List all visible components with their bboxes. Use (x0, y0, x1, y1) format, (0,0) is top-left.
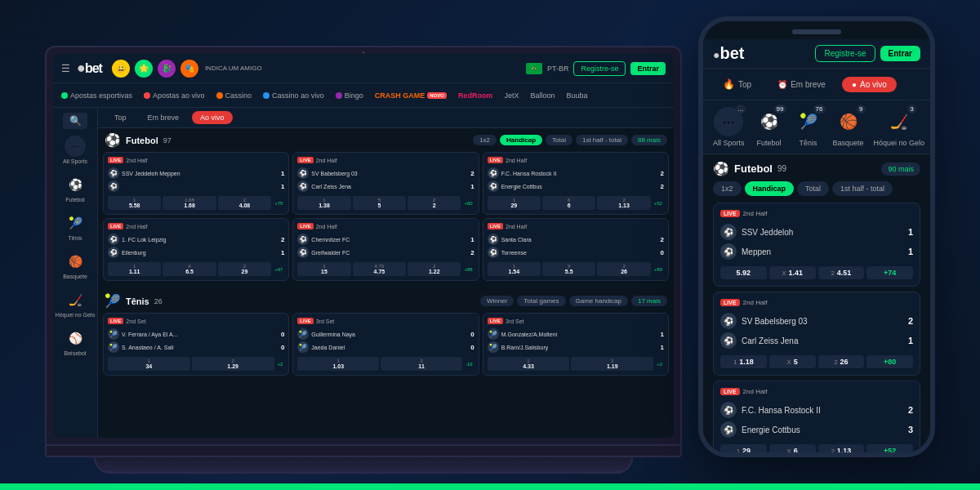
hamburger-icon[interactable]: ☰ (61, 63, 70, 74)
phone-m1-more[interactable]: +74 (866, 266, 913, 279)
nav-jetx[interactable]: JetX (504, 91, 519, 100)
filter-em-breve[interactable]: Em breve (140, 111, 188, 124)
nav-cassino-ao-vivo[interactable]: Cassino ao vivo (263, 91, 324, 100)
filter-ao-vivo[interactable]: Ao vivo (192, 111, 233, 124)
m2-odd-btn-2[interactable]: 2 2 (408, 196, 461, 210)
phone-nav-ao-vivo[interactable]: ● Ao vivo (842, 77, 897, 92)
m3-odd-btn-2[interactable]: 2 1.13 (597, 196, 650, 210)
phone-sport-all[interactable]: ··· ... All Sports (713, 107, 745, 147)
m4-odd-btn-x[interactable]: X 6.5 (163, 262, 216, 276)
nav-bingo[interactable]: Bingo (336, 91, 363, 100)
nav-balloon[interactable]: Balloon (530, 91, 555, 100)
tenis-m1-odd-1[interactable]: 1 34 (108, 357, 190, 371)
m5-team2-logo: ⚽ (297, 247, 309, 258)
tenis-m3-odd-1[interactable]: 1 4.33 (488, 357, 570, 371)
sidebar-item-hoquei[interactable]: 🏒 Hóquei no Gelo (53, 286, 97, 321)
tenis-more-1[interactable]: +2 (276, 357, 285, 371)
odd-btn-2[interactable]: 2 4.08 (218, 196, 271, 210)
more-bets-3[interactable]: +52 (653, 196, 664, 210)
more-bets-6[interactable]: +89 (653, 262, 664, 276)
more-bets-4[interactable]: +97 (273, 262, 284, 276)
m3-odd-btn-x[interactable]: 6 6 (542, 196, 595, 210)
phone-m2-odd-1[interactable]: 1 1.18 (720, 355, 767, 368)
phone-enter-button[interactable]: Entrar (880, 46, 920, 61)
m6-odd-btn-2[interactable]: 2 26 (597, 262, 650, 276)
tab-total[interactable]: Total (546, 135, 572, 145)
tenis-m2-odds: 1 1.03 2 11 -16 (297, 357, 474, 371)
m2-odd-btn-1[interactable]: 1 1.38 (297, 196, 350, 210)
m5-odd-btn-2[interactable]: 2 1.22 (408, 262, 461, 276)
odd-btn-x[interactable]: 1.68 1.68 (163, 196, 216, 210)
sidebar-item-beisebol[interactable]: ⚾ Beisebol (53, 324, 97, 359)
sidebar-item-futebol[interactable]: ⚽ Futebol (53, 171, 97, 206)
m3-odd-btn-1[interactable]: 1 29 (488, 196, 541, 210)
phone-m3-odd-1[interactable]: 1 29 (720, 444, 767, 452)
tenis-more-3[interactable]: +2 (655, 357, 664, 371)
tenis-tab-total[interactable]: Total games (517, 296, 565, 306)
phone-futebol-more[interactable]: 90 mais (881, 163, 920, 176)
nav-redroom[interactable]: RedRoom (458, 91, 493, 100)
phone-m3-odd-2[interactable]: 2 1.13 (818, 444, 865, 452)
more-bets-5[interactable]: +88 (462, 262, 474, 276)
phone-nav-top[interactable]: 🔥 Top (713, 75, 761, 93)
phone-sport-futebol[interactable]: ⚽ 99 Futebol (755, 107, 784, 147)
m6-odd-btn-x[interactable]: X 5.5 (542, 262, 595, 276)
phone-m2-more[interactable]: +80 (866, 355, 913, 368)
phone-register-button[interactable]: Registre-se (815, 45, 875, 62)
tenis-m3-odd-2[interactable]: 2 1.19 (571, 357, 653, 371)
flag-icon: 🇧🇷 (526, 63, 542, 74)
tenis-tab-more[interactable]: 17 mais (631, 296, 667, 306)
phone-m2-t2-logo: ⚽ (720, 332, 737, 349)
nav-crash[interactable]: CRASH GAME NOVO (375, 91, 447, 100)
tenis-m2-odd-2[interactable]: 2 11 (381, 357, 462, 371)
tenis-tab-handicap[interactable]: Game handicap (569, 296, 628, 306)
sidebar-search[interactable]: 🔍 (63, 113, 87, 129)
tab-1sthalf[interactable]: 1st half - total (576, 135, 628, 145)
phone-m1-odd-x[interactable]: X 1.41 (769, 266, 816, 279)
app-logo: ●bet (77, 60, 102, 77)
more-bets-1[interactable]: +75 (273, 196, 284, 210)
phone-m3-t2-logo: ⚽ (720, 421, 737, 438)
tab-more-futebol[interactable]: 88 mais (631, 135, 667, 145)
enter-button[interactable]: Entrar (630, 62, 666, 75)
phone-m1-odd-2[interactable]: 2 4.51 (818, 266, 865, 279)
phone-m2-odd-2[interactable]: 2 26 (818, 355, 865, 368)
filter-top[interactable]: Top (106, 111, 135, 124)
m2-odd-btn-x[interactable]: 5 5 (353, 196, 406, 210)
m5-odd-btn-1[interactable]: 1 15 (297, 262, 350, 276)
phone-nav-em-breve[interactable]: ⏰ Em breve (768, 77, 835, 92)
m6-odd-btn-1[interactable]: 1 1.54 (488, 262, 541, 276)
tab-1x2[interactable]: 1x2 (473, 135, 497, 145)
m5-odd-btn-x[interactable]: 4.75 4.75 (353, 262, 406, 276)
phone-m2-odd-x[interactable]: X 5 (769, 355, 816, 368)
more-bets-2[interactable]: +60 (462, 196, 474, 210)
nav-apostas-ao-vivo[interactable]: Apostas ao vivo (144, 91, 205, 100)
phone-sport-hoquei[interactable]: 🏒 3 Hóquei no Gelo (874, 107, 925, 147)
sidebar-item-basquete[interactable]: 🏀 Basquete (53, 247, 97, 283)
tenis-m2-odd-1[interactable]: 1 1.03 (297, 357, 379, 371)
tab-handicap[interactable]: Handicap (500, 135, 542, 145)
odd-btn-1[interactable]: 1 5.58 (108, 196, 161, 210)
phone-m3-more[interactable]: +52 (866, 444, 913, 452)
phone-tab-1x2[interactable]: 1x2 (713, 181, 742, 196)
tenis-m1-odd-2[interactable]: 2 1.29 (192, 357, 274, 371)
nav-cassino[interactable]: Cassino (216, 91, 252, 100)
phone-tab-1sthalf[interactable]: 1st half - total (832, 181, 893, 196)
m4-odd-btn-2[interactable]: 2 29 (218, 262, 271, 276)
nav-apostas-esportivas[interactable]: Apostas esportivas (61, 91, 132, 100)
register-button[interactable]: Registre-se (573, 61, 626, 76)
sidebar-item-all-sports[interactable]: ··· All Sports (53, 132, 97, 167)
fire-icon: 🔥 (723, 78, 735, 90)
phone-sport-basquete[interactable]: 🏀 9 Basquete (833, 107, 864, 147)
tenis-tab-winner[interactable]: Winner (480, 296, 514, 306)
phone-tab-total[interactable]: Total (797, 181, 829, 196)
phone-tab-handicap[interactable]: Handicap (745, 181, 795, 196)
phone-m3-t1-score: 2 (908, 405, 913, 415)
phone-sport-tenis[interactable]: 🎾 76 Tênis (794, 107, 823, 147)
tenis-more-2[interactable]: -16 (464, 357, 474, 371)
m4-odd-btn-1[interactable]: 1 1.11 (108, 262, 161, 276)
phone-m3-odd-x[interactable]: X 6 (769, 444, 816, 452)
nav-buuba[interactable]: Buuba (566, 91, 587, 100)
phone-m1-odd-1[interactable]: 5.92 (720, 266, 767, 279)
sidebar-item-tenis[interactable]: 🎾 Tênis (53, 209, 97, 244)
